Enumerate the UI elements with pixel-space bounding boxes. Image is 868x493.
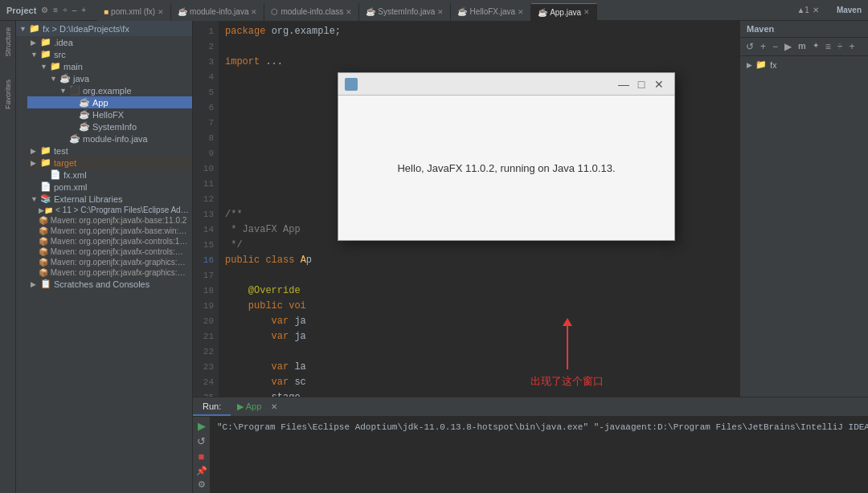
gutter-line-1: 1 — [193, 24, 214, 39]
tab-app-close[interactable]: ✕ — [583, 8, 590, 16]
float-maximize-btn[interactable]: □ — [633, 76, 650, 92]
run-btn-play[interactable]: ▶ — [198, 420, 206, 432]
tab-systeminfo-close[interactable]: ✕ — [437, 8, 444, 16]
javafx-floating-window[interactable]: — □ ✕ Hello, JavaFX 11.0.2, running on J… — [338, 72, 675, 241]
gutter-line-9: 9 — [193, 146, 214, 161]
tree-maven4-label: 📦 Maven: org.openjfx:javafx-controls:win… — [39, 247, 189, 256]
tab-module-info[interactable]: ☕ module-info.java ✕ — [171, 3, 264, 21]
tree-item-ext-libs[interactable]: ▼ 📚 External Libraries — [27, 193, 192, 205]
maven-btn-star[interactable]: ✦ — [810, 40, 821, 53]
left-sidebar: Structure Favorites — [0, 21, 16, 493]
annotation-arrowhead — [563, 318, 572, 326]
run-tabs: Run: ▶ App ✕ — [193, 397, 868, 417]
run-tab-app[interactable]: ▶ App — [231, 397, 268, 416]
run-btn-pin[interactable]: 📌 — [196, 466, 207, 476]
tree-item-systeminfo[interactable]: ☕ SystemInfo — [27, 120, 192, 132]
tree-item-org[interactable]: ▼ ⬛ org.example — [27, 84, 192, 96]
sidebar-favorites-label[interactable]: Favorites — [4, 79, 12, 109]
maven-panel-title: Maven — [747, 24, 774, 34]
annotation-arrow-shaft — [567, 325, 568, 369]
tree-item-hellofx[interactable]: ☕ HelloFX — [27, 108, 192, 120]
tree-item-idea[interactable]: ▶ 📁 .idea — [27, 36, 192, 48]
editor-gutter: 1 2 3 4 5 6 7 8 9 10 11 12 13 14 — [193, 21, 219, 397]
tab-pom-close[interactable]: ✕ — [158, 8, 164, 16]
tree-scratches-icon: 📋 — [40, 279, 51, 289]
code-line-16: public class Ap — [225, 253, 733, 268]
tree-main-label: main — [63, 62, 83, 71]
tree-item-maven6[interactable]: 📦 Maven: org.openjfx:javafx-graphics:win… — [27, 267, 192, 278]
run-btn-settings[interactable]: ⚙ — [198, 479, 206, 490]
maven-btn-add[interactable]: + — [758, 40, 768, 53]
tree-item-test[interactable]: ▶ 📁 test — [27, 145, 192, 157]
gutter-line-22: 22 — [193, 344, 214, 360]
tree-item-java[interactable]: ▼ ☕ java — [27, 72, 192, 84]
gutter-line-14: 14 — [193, 222, 214, 238]
tree-test-icon: 📁 — [40, 145, 51, 156]
editor-header-actions[interactable]: ✕ — [813, 6, 819, 14]
tree-item-pomxml[interactable]: 📄 pom.xml — [27, 181, 192, 193]
tab-module-close[interactable]: ✕ — [251, 8, 257, 16]
run-btn-rerun[interactable]: ↺ — [197, 435, 206, 447]
gutter-line-24: 24 — [193, 375, 214, 390]
project-header-icon3[interactable]: ÷ — [63, 6, 68, 14]
tab-module-class[interactable]: ⬡ module-info.class ✕ — [264, 3, 359, 21]
tab-app[interactable]: ☕ App.java ✕ — [531, 3, 597, 21]
tab-systeminfo[interactable]: ☕ SystemInfo.java ✕ — [359, 3, 451, 21]
tab-hellofx-close[interactable]: ✕ — [518, 8, 524, 16]
maven-panel: Maven ↺ + − ▶ m ✦ ≡ ÷ + ▶ — [739, 21, 868, 397]
tree-root[interactable]: ▼ 📁 fx > D:\IdeaProjects\fx — [16, 21, 192, 36]
tree-item-target[interactable]: ▶ 📁 target — [27, 157, 192, 169]
maven-btn-list[interactable]: ≡ — [823, 40, 833, 53]
project-header-icon4[interactable]: – — [72, 6, 77, 14]
tree-item-maven2[interactable]: 📦 Maven: org.openjfx:javafx-base:win:11.… — [27, 226, 192, 236]
maven-btn-m[interactable]: m — [796, 40, 809, 53]
run-output: "C:\Program Files\Eclipse Adoptium\jdk-1… — [211, 417, 868, 493]
gutter-line-10: 10 — [193, 161, 214, 177]
tree-item-maven5[interactable]: 📦 Maven: org.openjfx:javafx-graphics:11.… — [27, 257, 192, 267]
run-tab-close[interactable]: ✕ — [271, 402, 277, 411]
tree-item-fxml[interactable]: 📄 fx.xml — [27, 169, 192, 181]
project-header-icon1[interactable]: ⚙ — [41, 6, 48, 14]
code-line-2 — [225, 39, 733, 55]
tree-extlibs-label: External Libraries — [54, 194, 123, 204]
tree-item-main[interactable]: ▼ 📁 main — [27, 60, 192, 72]
sidebar-structure-label[interactable]: Structure — [4, 27, 12, 57]
maven-btn-split[interactable]: ÷ — [835, 40, 845, 53]
tree-root-icon: 📁 — [29, 23, 40, 34]
tab-class-close[interactable]: ✕ — [346, 8, 352, 16]
tree-scratches-label: Scratches and Consoles — [54, 279, 149, 289]
tree-idea-icon: 📁 — [40, 37, 51, 47]
gutter-line-12: 12 — [193, 192, 214, 207]
tree-org-label: org.example — [83, 86, 132, 96]
maven-btn-refresh[interactable]: ↺ — [743, 40, 756, 53]
run-tab-run[interactable]: Run: — [193, 397, 231, 416]
tree-item-scratches[interactable]: ▶ 📋 Scratches and Consoles — [27, 278, 192, 290]
tree-item-maven1[interactable]: 📦 Maven: org.openjfx:javafx-base:11.0.2 — [27, 215, 192, 226]
tree-app-label: App — [92, 98, 108, 108]
tab-hellofx[interactable]: ☕ HelloFX.java ✕ — [451, 3, 531, 21]
tree-item-jdk[interactable]: ▶ 📁 < 11 > C:\Program Files\Eclipse Adop… — [27, 205, 192, 215]
tree-item-module-info[interactable]: ☕ module-info.java — [27, 132, 192, 145]
maven-tree-root[interactable]: ▶ 📁 fx — [740, 56, 868, 73]
tree-item-src[interactable]: ▼ 📁 src — [27, 48, 192, 60]
maven-btn-remove[interactable]: − — [770, 40, 780, 53]
float-message: Hello, JavaFX 11.0.2, running on Java 11… — [397, 162, 615, 174]
gutter-line-21: 21 — [193, 329, 214, 344]
tree-fxml-label: fx.xml — [63, 170, 87, 180]
tree-main-icon: 📁 — [50, 61, 61, 71]
gutter-line-18: 18 — [193, 283, 214, 299]
run-btn-stop[interactable]: ■ — [199, 450, 205, 462]
float-close-btn[interactable]: ✕ — [650, 76, 668, 92]
maven-btn-run[interactable]: ▶ — [782, 40, 794, 53]
tree-item-maven4[interactable]: 📦 Maven: org.openjfx:javafx-controls:win… — [27, 246, 192, 257]
maven-root-icon: 📁 — [755, 59, 767, 70]
maven-btn-plus2[interactable]: + — [846, 40, 857, 53]
project-header-icon2[interactable]: ≡ — [53, 6, 58, 14]
code-line-23: var la — [225, 360, 733, 375]
float-minimize-btn[interactable]: — — [615, 76, 633, 92]
project-header-icon5[interactable]: + — [81, 6, 86, 14]
tree-item-maven3[interactable]: 📦 Maven: org.openjfx:javafx-controls:11.… — [27, 236, 192, 246]
tree-item-app[interactable]: ☕ App — [27, 96, 192, 108]
tab-pom-xml[interactable]: ■ pom.xml (fx) ✕ — [97, 3, 171, 21]
tree-moduleinfo-icon: ☕ — [69, 133, 80, 144]
